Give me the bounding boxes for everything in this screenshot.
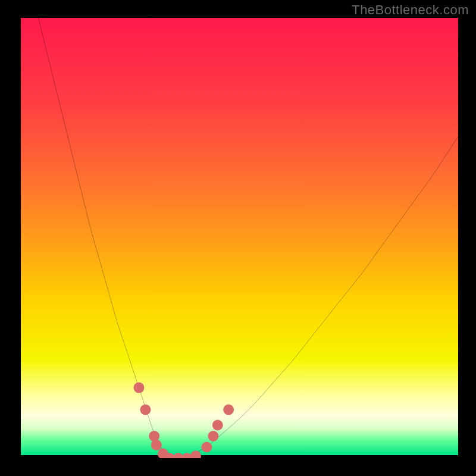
watermark-text: TheBottleneck.com [352, 2, 469, 18]
data-marker [140, 405, 151, 415]
data-marker [190, 450, 201, 458]
chart-frame: TheBottleneck.com [0, 0, 476, 476]
plot-area [21, 18, 458, 458]
data-marker [201, 442, 212, 453]
data-marker [133, 383, 144, 393]
data-marker [208, 431, 218, 441]
data-marker [151, 440, 162, 450]
data-marker [223, 405, 234, 415]
marker-layer [21, 18, 458, 458]
data-marker [212, 420, 223, 431]
